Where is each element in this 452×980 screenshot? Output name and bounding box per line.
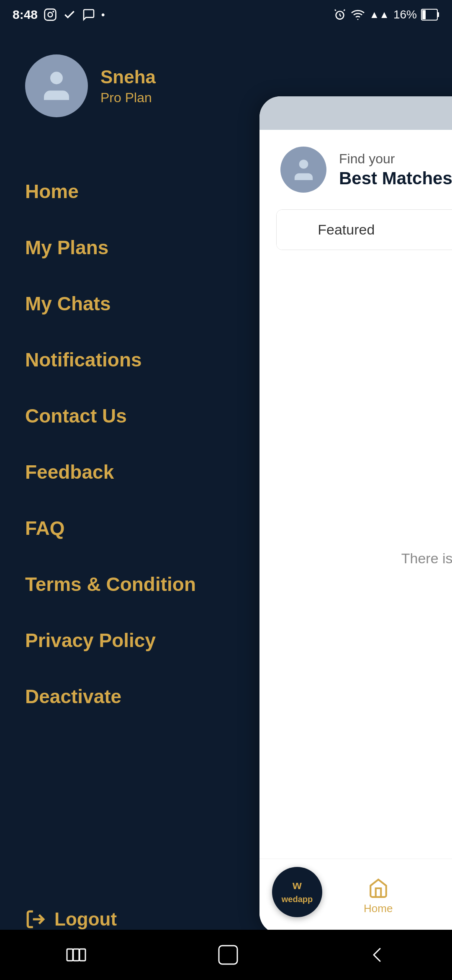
card-avatar-icon — [290, 156, 317, 183]
status-right: ▲▲ 16% — [333, 8, 439, 22]
logout-button[interactable]: Logout — [25, 909, 117, 930]
logout-label: Logout — [54, 909, 117, 930]
signal-text: ▲▲ — [369, 9, 389, 21]
android-home-btn[interactable] — [216, 942, 241, 967]
android-recent-btn[interactable] — [64, 946, 89, 964]
card-title-block: Find your Best Matches — [339, 151, 452, 188]
dot-indicator: • — [101, 9, 105, 21]
bottom-nav-items: Home Profile Favorite — [331, 874, 452, 919]
user-name: Sneha — [100, 67, 156, 88]
chat-icon — [82, 8, 95, 21]
instagram-icon — [44, 8, 57, 21]
svg-rect-10 — [422, 10, 426, 19]
bottom-nav-home[interactable]: Home — [331, 874, 426, 919]
avatar-icon — [38, 67, 75, 105]
battery-icon — [421, 9, 439, 21]
tabs-container: Featured Matches New Arrivals — [276, 209, 452, 250]
wifi-icon — [351, 8, 365, 22]
android-back-btn[interactable] — [367, 944, 388, 965]
tab-matches[interactable]: Matches — [416, 210, 452, 250]
card-avatar — [280, 147, 326, 193]
card-main-title: Best Matches — [339, 168, 452, 188]
bottom-nav-profile[interactable]: Profile — [426, 874, 452, 919]
user-plan: Pro Plan — [100, 90, 156, 106]
svg-rect-18 — [80, 949, 85, 961]
card-find-text: Find your — [339, 151, 452, 167]
status-bar: 8:48 • ▲▲ 16% — [0, 0, 452, 29]
status-time: 8:48 — [13, 8, 38, 22]
svg-point-1 — [48, 13, 53, 17]
svg-rect-19 — [219, 946, 237, 964]
svg-point-8 — [357, 19, 359, 20]
card-bottom-nav: wwedapp Home — [259, 859, 452, 934]
svg-point-2 — [52, 11, 54, 13]
svg-point-12 — [50, 72, 63, 84]
user-info: Sneha Pro Plan — [100, 67, 156, 106]
alarm-icon — [333, 8, 347, 21]
check-icon — [63, 8, 76, 21]
logo-subtext: wedapp — [282, 895, 313, 904]
svg-point-14 — [299, 160, 308, 169]
card-top-bar — [259, 96, 452, 130]
svg-rect-16 — [67, 949, 73, 961]
tab-featured[interactable]: Featured — [277, 210, 416, 250]
svg-line-7 — [344, 10, 345, 11]
svg-line-6 — [335, 10, 336, 11]
svg-line-5 — [340, 15, 341, 16]
android-nav-bar — [0, 930, 452, 980]
card-header: Find your Best Matches — [259, 130, 452, 205]
logo-text: wwedapp — [282, 879, 313, 905]
bottom-nav-logo[interactable]: wwedapp — [272, 867, 322, 917]
empty-state: There is no profiles for you — [259, 258, 452, 859]
app-card: Find your Best Matches Featured Matches … — [259, 96, 452, 934]
home-nav-label: Home — [364, 902, 393, 915]
user-avatar — [25, 54, 88, 117]
svg-rect-17 — [73, 949, 79, 961]
svg-rect-11 — [437, 12, 439, 17]
battery-percent: 16% — [393, 8, 417, 21]
empty-state-text: There is no profiles for you — [401, 550, 452, 567]
power-icon — [25, 909, 46, 930]
status-left: 8:48 • — [13, 8, 105, 22]
svg-rect-0 — [45, 9, 56, 21]
home-nav-icon — [368, 878, 389, 899]
